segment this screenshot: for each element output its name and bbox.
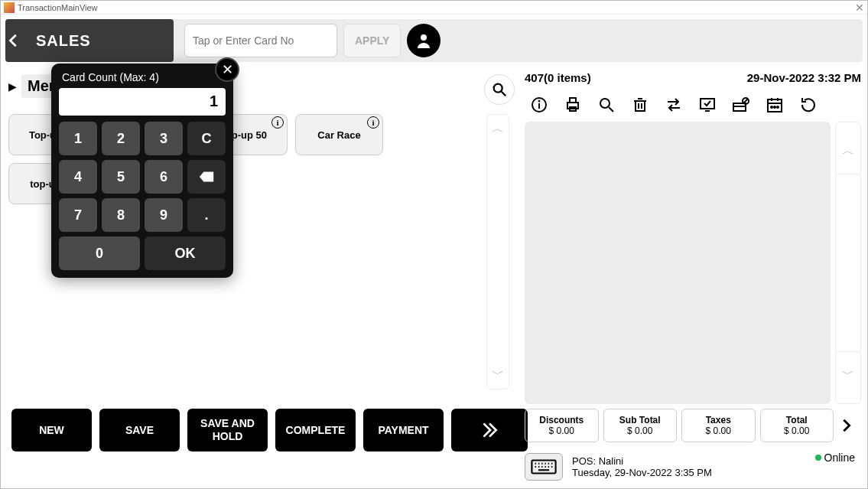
search-icon [491, 81, 508, 98]
subtotal-label: Sub Total [619, 415, 661, 425]
discounts-label: Discounts [539, 415, 584, 425]
discounts-value: $ 0.00 [549, 425, 574, 436]
keypad-7[interactable]: 7 [59, 198, 97, 232]
total-label: Total [786, 415, 808, 425]
save-hold-button[interactable]: SAVE AND HOLD [187, 409, 268, 452]
monitor-check-icon[interactable] [697, 95, 717, 115]
keyboard-button[interactable] [525, 453, 563, 481]
sales-back-button[interactable]: SALES [5, 19, 174, 62]
apply-button[interactable]: APPLY [343, 24, 401, 57]
double-chevron-right-icon [480, 420, 499, 440]
online-status: Online [815, 452, 855, 464]
trash-icon[interactable] [630, 95, 650, 115]
card-number-input[interactable] [184, 24, 337, 57]
sales-label: SALES [36, 32, 91, 50]
svg-point-9 [600, 99, 610, 108]
calendar-icon[interactable] [765, 95, 785, 115]
save-button[interactable]: SAVE [99, 409, 180, 452]
svg-rect-7 [570, 98, 576, 103]
subtotal-value: $ 0.00 [627, 425, 652, 436]
scroll-down-icon[interactable]: ﹀ [836, 351, 860, 397]
taxes-label: Taxes [706, 415, 731, 425]
svg-point-1 [494, 84, 502, 93]
keypad-close-button[interactable]: ✕ [215, 57, 239, 82]
keypad-5[interactable]: 5 [102, 160, 140, 194]
transfer-icon[interactable] [664, 95, 684, 115]
user-avatar-button[interactable] [407, 24, 441, 57]
keypad-8[interactable]: 8 [102, 198, 140, 232]
card-disable-icon[interactable] [731, 95, 751, 115]
svg-point-5 [539, 101, 540, 102]
total-cell: Total $ 0.00 [760, 409, 834, 442]
window-title: TransactionMainView [18, 3, 98, 12]
app-icon [4, 2, 15, 13]
window-close-icon[interactable]: ✕ [855, 2, 864, 14]
keypad-6[interactable]: 6 [145, 160, 183, 194]
keyboard-icon [531, 459, 557, 474]
chevron-right-icon [838, 417, 855, 434]
content: SALES APPLY ▶ Menu Top-up 10i Top-up 20i… [1, 15, 867, 488]
keypad-0[interactable]: 0 [59, 236, 140, 270]
status-bar: POS: Nalini Tuesday, 29-Nov-2022 3:35 PM… [525, 448, 860, 485]
svg-point-0 [421, 34, 427, 41]
svg-line-10 [609, 107, 613, 112]
scroll-up-icon[interactable]: ︿ [492, 121, 504, 137]
keypad-3[interactable]: 3 [145, 122, 183, 155]
discounts-cell: Discounts $ 0.00 [525, 409, 599, 442]
svg-rect-11 [636, 101, 645, 111]
info-icon[interactable] [529, 95, 549, 115]
keypad-title: Card Count (Max: 4) [59, 71, 226, 83]
keypad-1[interactable]: 1 [59, 122, 97, 155]
scroll-up-icon[interactable]: ︿ [836, 129, 860, 174]
product-tile[interactable]: Car Racei [295, 114, 383, 155]
next-page-button[interactable] [451, 409, 528, 452]
info-icon[interactable]: i [367, 116, 379, 129]
print-icon[interactable] [563, 95, 583, 115]
title-bar: TransactionMainView ✕ [1, 1, 867, 15]
keypad-2[interactable]: 2 [102, 122, 140, 155]
keypad-9[interactable]: 9 [145, 198, 183, 232]
search-icon[interactable] [597, 95, 616, 115]
product-search-button[interactable] [484, 74, 515, 105]
taxes-cell: Taxes $ 0.00 [681, 409, 756, 442]
status-datetime: Tuesday, 29-Nov-2022 3:35 PM [572, 467, 712, 478]
keypad-display: 1 [59, 88, 226, 116]
scroll-down-icon[interactable]: ﹀ [492, 367, 504, 383]
cart-scrollbar[interactable]: ︿ ﹀ [835, 122, 861, 404]
cart-summary: 407(0 items) [525, 71, 591, 84]
subtotal-cell: Sub Total $ 0.00 [603, 409, 678, 442]
online-label: Online [824, 452, 855, 464]
bottom-actions: NEW SAVE SAVE AND HOLD COMPLETE PAYMENT [11, 409, 528, 452]
svg-line-2 [502, 92, 506, 96]
keypad-dot[interactable]: . [187, 198, 226, 232]
complete-button[interactable]: COMPLETE [275, 409, 356, 452]
cart-items-area [525, 122, 831, 404]
svg-point-28 [771, 106, 772, 108]
backspace-icon [198, 168, 215, 185]
refresh-icon[interactable] [798, 95, 818, 115]
tile-label: Car Race [317, 129, 360, 141]
chevron-right-icon: ▶ [8, 80, 17, 93]
svg-marker-45 [200, 172, 213, 182]
tiles-scrollbar[interactable]: ︿ ﹀ [486, 114, 509, 390]
pos-label: POS: Nalini [572, 455, 712, 467]
info-icon[interactable]: i [271, 116, 284, 129]
new-button[interactable]: NEW [11, 409, 92, 452]
svg-point-29 [774, 106, 775, 108]
cart-toolbar [525, 91, 861, 119]
chevron-left-icon [5, 32, 36, 49]
keypad-ok[interactable]: OK [145, 236, 226, 270]
card-count-keypad: ✕ Card Count (Max: 4) 1 1 2 3 C 4 5 6 7 … [51, 64, 233, 278]
user-icon [414, 31, 433, 50]
keypad-backspace[interactable] [187, 160, 226, 194]
payment-button[interactable]: PAYMENT [363, 409, 444, 452]
total-value: $ 0.00 [784, 425, 809, 436]
keypad-4[interactable]: 4 [59, 160, 97, 194]
keypad-clear[interactable]: C [187, 122, 226, 155]
svg-point-30 [777, 106, 779, 108]
cart-datetime: 29-Nov-2022 3:32 PM [747, 71, 861, 84]
cart-panel: 407(0 items) 29-Nov-2022 3:32 PM ︿ ﹀ [525, 68, 861, 442]
taxes-value: $ 0.00 [706, 425, 731, 436]
totals-expand-button[interactable] [838, 417, 861, 434]
totals-row: Discounts $ 0.00 Sub Total $ 0.00 Taxes … [525, 409, 861, 442]
